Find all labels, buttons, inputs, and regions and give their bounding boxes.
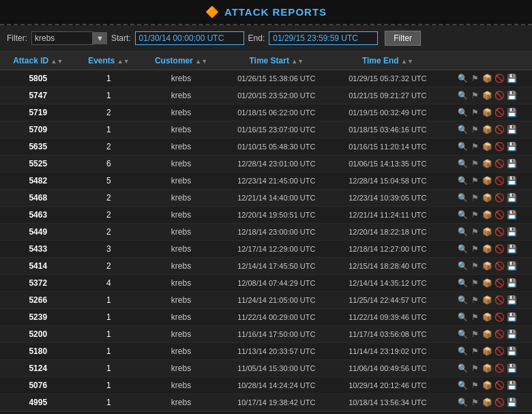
search-icon[interactable]: 🔍 <box>458 124 469 135</box>
flag-icon[interactable]: ⚑ <box>470 243 481 254</box>
stop-icon[interactable]: 🚫 <box>494 312 505 323</box>
flag-icon[interactable]: ⚑ <box>470 278 481 289</box>
search-icon[interactable]: 🔍 <box>458 73 469 84</box>
package-icon[interactable]: 📦 <box>482 209 493 220</box>
search-icon[interactable]: 🔍 <box>458 90 469 101</box>
stop-icon[interactable]: 🚫 <box>494 107 505 118</box>
search-icon[interactable]: 🔍 <box>458 175 469 186</box>
start-date-input[interactable] <box>135 31 244 45</box>
package-icon[interactable]: 📦 <box>482 226 493 237</box>
end-date-input[interactable] <box>269 31 378 45</box>
search-icon[interactable]: 🔍 <box>458 346 469 357</box>
col-time-start[interactable]: Time Start ▲▼ <box>221 52 332 70</box>
stop-icon[interactable]: 🚫 <box>494 380 505 391</box>
customer-dropdown-button[interactable]: ▼ <box>93 32 107 44</box>
stop-icon[interactable]: 🚫 <box>494 124 505 135</box>
package-icon[interactable]: 📦 <box>482 312 493 323</box>
disk-icon[interactable]: 💾 <box>507 192 518 203</box>
stop-icon[interactable]: 🚫 <box>494 329 505 340</box>
filter-button[interactable]: Filter <box>385 31 421 46</box>
col-time-end[interactable]: Time End ▲▼ <box>332 52 443 70</box>
search-icon[interactable]: 🔍 <box>458 380 469 391</box>
package-icon[interactable]: 📦 <box>482 363 493 374</box>
disk-icon[interactable]: 💾 <box>507 243 518 254</box>
flag-icon[interactable]: ⚑ <box>470 226 481 237</box>
flag-icon[interactable]: ⚑ <box>470 192 481 203</box>
package-icon[interactable]: 📦 <box>482 278 493 289</box>
flag-icon[interactable]: ⚑ <box>470 312 481 323</box>
disk-icon[interactable]: 💾 <box>507 295 518 306</box>
col-events[interactable]: Events ▲▼ <box>76 52 142 70</box>
package-icon[interactable]: 📦 <box>482 346 493 357</box>
disk-icon[interactable]: 💾 <box>507 124 518 135</box>
disk-icon[interactable]: 💾 <box>507 141 518 152</box>
disk-icon[interactable]: 💾 <box>507 226 518 237</box>
flag-icon[interactable]: ⚑ <box>470 158 481 169</box>
stop-icon[interactable]: 🚫 <box>494 243 505 254</box>
search-icon[interactable]: 🔍 <box>458 192 469 203</box>
flag-icon[interactable]: ⚑ <box>470 329 481 340</box>
stop-icon[interactable]: 🚫 <box>494 175 505 186</box>
search-icon[interactable]: 🔍 <box>458 243 469 254</box>
stop-icon[interactable]: 🚫 <box>494 90 505 101</box>
search-icon[interactable]: 🔍 <box>458 363 469 374</box>
package-icon[interactable]: 📦 <box>482 329 493 340</box>
package-icon[interactable]: 📦 <box>482 243 493 254</box>
search-icon[interactable]: 🔍 <box>458 278 469 289</box>
disk-icon[interactable]: 💾 <box>507 397 518 408</box>
disk-icon[interactable]: 💾 <box>507 158 518 169</box>
disk-icon[interactable]: 💾 <box>507 278 518 289</box>
package-icon[interactable]: 📦 <box>482 141 493 152</box>
disk-icon[interactable]: 💾 <box>507 209 518 220</box>
flag-icon[interactable]: ⚑ <box>470 397 481 408</box>
package-icon[interactable]: 📦 <box>482 175 493 186</box>
stop-icon[interactable]: 🚫 <box>494 397 505 408</box>
stop-icon[interactable]: 🚫 <box>494 295 505 306</box>
search-icon[interactable]: 🔍 <box>458 261 469 271</box>
disk-icon[interactable]: 💾 <box>507 329 518 340</box>
search-icon[interactable]: 🔍 <box>458 329 469 340</box>
stop-icon[interactable]: 🚫 <box>494 192 505 203</box>
disk-icon[interactable]: 💾 <box>507 175 518 186</box>
package-icon[interactable]: 📦 <box>482 124 493 135</box>
search-icon[interactable]: 🔍 <box>458 397 469 408</box>
disk-icon[interactable]: 💾 <box>507 73 518 84</box>
stop-icon[interactable]: 🚫 <box>494 278 505 289</box>
col-customer[interactable]: Customer ▲▼ <box>141 52 221 70</box>
disk-icon[interactable]: 💾 <box>507 261 518 271</box>
flag-icon[interactable]: ⚑ <box>470 90 481 101</box>
package-icon[interactable]: 📦 <box>482 380 493 391</box>
search-icon[interactable]: 🔍 <box>458 312 469 323</box>
search-icon[interactable]: 🔍 <box>458 295 469 306</box>
flag-icon[interactable]: ⚑ <box>470 380 481 391</box>
package-icon[interactable]: 📦 <box>482 261 493 271</box>
stop-icon[interactable]: 🚫 <box>494 261 505 271</box>
flag-icon[interactable]: ⚑ <box>470 295 481 306</box>
package-icon[interactable]: 📦 <box>482 397 493 408</box>
customer-filter-input[interactable] <box>31 31 93 45</box>
stop-icon[interactable]: 🚫 <box>494 73 505 84</box>
disk-icon[interactable]: 💾 <box>507 363 518 374</box>
stop-icon[interactable]: 🚫 <box>494 158 505 169</box>
flag-icon[interactable]: ⚑ <box>470 141 481 152</box>
package-icon[interactable]: 📦 <box>482 158 493 169</box>
disk-icon[interactable]: 💾 <box>507 312 518 323</box>
search-icon[interactable]: 🔍 <box>458 226 469 237</box>
search-icon[interactable]: 🔍 <box>458 141 469 152</box>
flag-icon[interactable]: ⚑ <box>470 363 481 374</box>
flag-icon[interactable]: ⚑ <box>470 346 481 357</box>
flag-icon[interactable]: ⚑ <box>470 209 481 220</box>
package-icon[interactable]: 📦 <box>482 192 493 203</box>
search-icon[interactable]: 🔍 <box>458 107 469 118</box>
search-icon[interactable]: 🔍 <box>458 158 469 169</box>
package-icon[interactable]: 📦 <box>482 90 493 101</box>
package-icon[interactable]: 📦 <box>482 73 493 84</box>
flag-icon[interactable]: ⚑ <box>470 175 481 186</box>
disk-icon[interactable]: 💾 <box>507 346 518 357</box>
flag-icon[interactable]: ⚑ <box>470 124 481 135</box>
stop-icon[interactable]: 🚫 <box>494 363 505 374</box>
flag-icon[interactable]: ⚑ <box>470 107 481 118</box>
package-icon[interactable]: 📦 <box>482 107 493 118</box>
flag-icon[interactable]: ⚑ <box>470 261 481 271</box>
col-attack-id[interactable]: Attack ID ▲▼ <box>0 52 76 70</box>
